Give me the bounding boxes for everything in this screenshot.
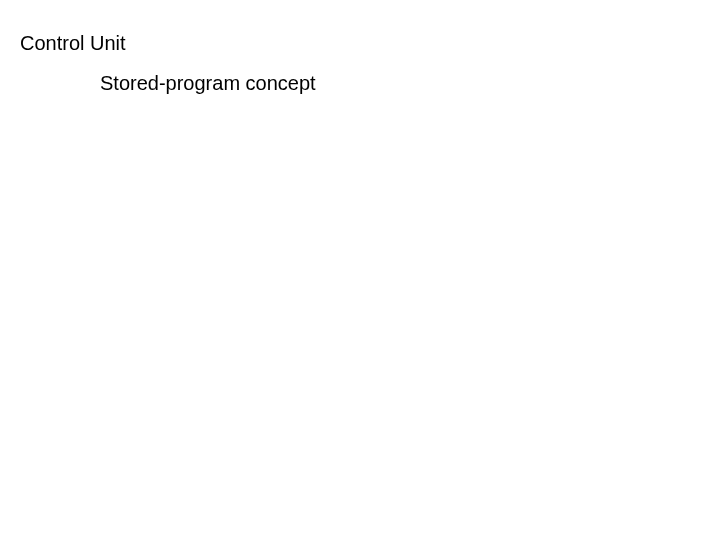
slide-heading: Control Unit xyxy=(20,32,126,55)
slide-subheading: Stored-program concept xyxy=(100,72,316,95)
